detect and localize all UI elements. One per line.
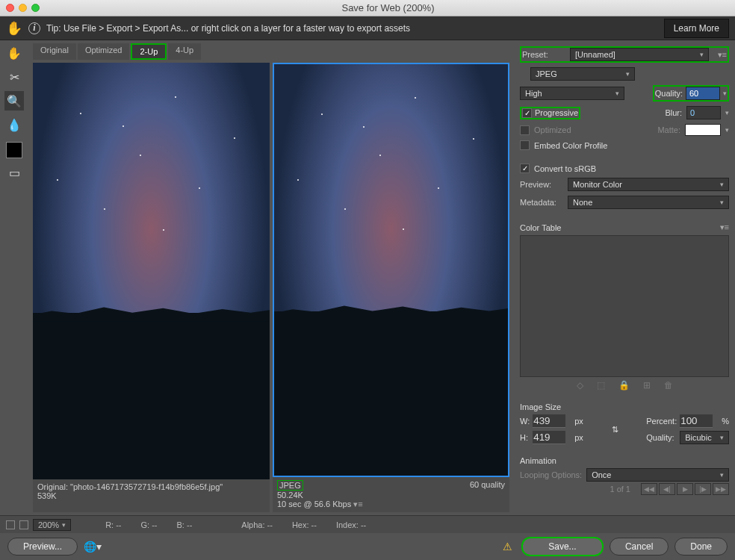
rate-menu-icon[interactable]: ▾≡ (353, 500, 362, 508)
ct-icon-1[interactable]: ◇ (577, 380, 583, 391)
zoom-select[interactable]: 200%▾ (33, 519, 71, 531)
height-input[interactable] (533, 431, 565, 444)
color-swatch[interactable] (6, 142, 22, 158)
footer: Preview... 🌐▾ ⚠ Save... Cancel Done (0, 533, 735, 560)
prev-frame-button: ◀| (659, 483, 675, 495)
preset-menu-icon[interactable]: ▾≡ (718, 50, 727, 60)
format-select[interactable]: JPEG▾ (530, 67, 635, 81)
tip-text: Tip: Use File > Export > Export As... or… (46, 23, 410, 34)
blur-input[interactable]: 0 (686, 106, 721, 119)
slice-tool[interactable]: ✂ (4, 67, 24, 87)
close-window-button[interactable] (6, 4, 14, 12)
save-button[interactable]: Save... (521, 537, 604, 556)
preset-label: Preset: (522, 50, 565, 59)
tip-bar: ✋ i Tip: Use File > Export > Export As..… (0, 16, 735, 40)
preset-select[interactable]: [Unnamed]▾ (570, 48, 709, 61)
zoom-window-button[interactable] (31, 4, 40, 12)
hand-tool[interactable]: ✋ (4, 43, 24, 63)
learn-more-button[interactable]: Learn More (664, 19, 729, 38)
info-icon: i (28, 22, 40, 34)
preview-optimized[interactable]: JPEG 60 quality 50.24K 10 sec @ 56.6 Kbp… (273, 63, 509, 512)
optimized-info: JPEG 60 quality 50.24K 10 sec @ 56.6 Kbp… (273, 477, 509, 512)
width-input[interactable] (533, 414, 565, 428)
cancel-button[interactable]: Cancel (610, 538, 669, 556)
hand-icon: ✋ (6, 20, 22, 37)
progressive-checkbox[interactable]: ✓ (522, 108, 532, 118)
play-button: ▶ (677, 483, 693, 495)
tool-strip: ✋ ✂ 🔍 💧 ▭ (0, 40, 28, 515)
looping-select: Once▾ (586, 468, 729, 482)
original-info: Original: "photo-1467173572719-f14b9fb86… (33, 479, 270, 512)
next-frame-button: |▶ (695, 483, 711, 495)
metadata-select[interactable]: None▾ (568, 196, 729, 209)
titlebar: Save for Web (200%) (0, 0, 735, 16)
quality-label: Quality: (655, 89, 683, 98)
toggle-slices-button[interactable]: ▭ (4, 163, 24, 182)
status-bar: 200%▾ R: -- G: -- B: -- Alpha: -- Hex: -… (0, 515, 735, 533)
sb-icon-1[interactable] (6, 520, 15, 529)
first-frame-button: ◀◀ (641, 483, 657, 495)
done-button[interactable]: Done (674, 538, 728, 556)
optimized-checkbox (520, 125, 530, 135)
preview-select[interactable]: Monitor Color▾ (568, 178, 729, 191)
color-table (520, 235, 729, 377)
window-title: Save for Web (200%) (47, 2, 729, 13)
colortable-menu-icon[interactable]: ▾≡ (720, 223, 729, 232)
resample-select[interactable]: Bicubic▾ (680, 431, 729, 444)
preview-button[interactable]: Preview... (7, 538, 78, 556)
minimize-window-button[interactable] (19, 4, 27, 12)
percent-input[interactable] (680, 414, 713, 428)
tab-original[interactable]: Original (33, 43, 76, 60)
sb-icon-2[interactable] (19, 520, 28, 529)
warning-icon: ⚠ (503, 541, 512, 553)
settings-panel: Preset: [Unnamed]▾ ▾≡ JPEG▾ High▾ Qualit… (514, 40, 735, 515)
quality-preset-select[interactable]: High▾ (520, 87, 624, 100)
tab-4up[interactable]: 4-Up (168, 43, 201, 60)
zoom-tool[interactable]: 🔍 (4, 91, 24, 111)
link-icon[interactable]: ⇅ (586, 425, 643, 435)
lock-icon[interactable]: 🔒 (618, 380, 630, 391)
preview-original[interactable]: Original: "photo-1467173572719-f14b9fb86… (33, 63, 270, 512)
tab-2up[interactable]: 2-Up (131, 43, 167, 60)
tab-optimized[interactable]: Optimized (78, 43, 130, 60)
last-frame-button: ▶▶ (713, 483, 729, 495)
new-color-icon[interactable]: ⊞ (643, 380, 651, 391)
embed-profile-checkbox[interactable] (520, 140, 530, 150)
convert-srgb-checkbox[interactable]: ✓ (520, 164, 530, 173)
browser-icon[interactable]: 🌐▾ (84, 541, 102, 553)
matte-swatch[interactable] (685, 124, 721, 136)
view-tabs: Original Optimized 2-Up 4-Up (33, 43, 509, 60)
ct-icon-2[interactable]: ⬚ (597, 380, 605, 391)
trash-icon[interactable]: 🗑 (664, 380, 673, 391)
eyedropper-tool[interactable]: 💧 (4, 115, 24, 134)
quality-input[interactable]: 60 (686, 87, 720, 100)
